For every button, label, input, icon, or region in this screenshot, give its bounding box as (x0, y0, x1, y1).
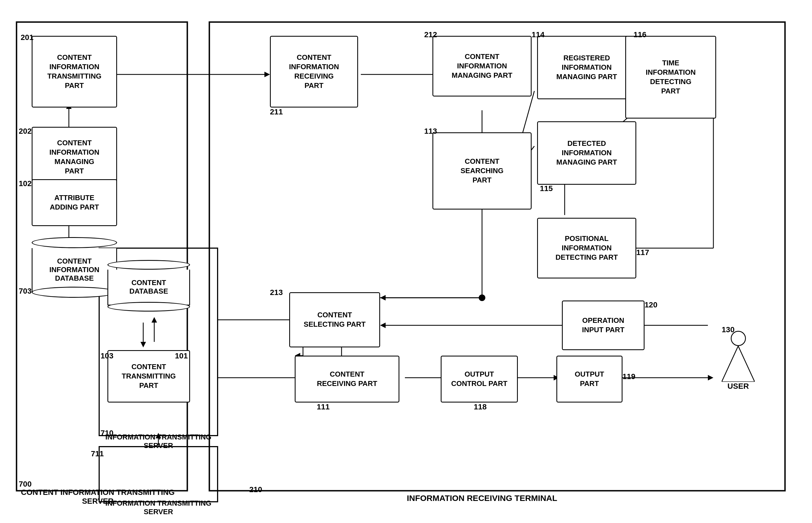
content-info-managing-part-left-box: CONTENT INFORMATION MANAGING PART (32, 127, 117, 187)
num-103: 103 (100, 351, 113, 360)
num-703: 703 (19, 287, 32, 295)
operation-input-part-box: OPERATION INPUT PART (562, 301, 644, 350)
svg-marker-15 (151, 317, 157, 323)
num-120: 120 (644, 301, 658, 309)
detected-info-managing-part-box: DETECTED INFORMATION MANAGING PART (537, 121, 636, 185)
svg-marker-13 (140, 342, 146, 347)
attribute-adding-part-box: ATTRIBUTE ADDING PART (32, 179, 117, 226)
content-selecting-part-box: CONTENT SELECTING PART (289, 292, 380, 347)
num-113: 113 (424, 127, 437, 136)
num-212: 212 (424, 30, 437, 39)
content-receiving-part-box: CONTENT RECEIVING PART (295, 356, 399, 402)
registered-info-managing-part-box: REGISTERED INFORMATION MANAGING PART (537, 36, 636, 99)
svg-marker-5 (264, 72, 270, 77)
num-115: 115 (540, 184, 553, 193)
num-114: 114 (532, 30, 545, 39)
svg-marker-59 (722, 346, 755, 382)
num-711: 711 (91, 449, 104, 458)
num-117: 117 (636, 248, 649, 257)
content-searching-part-box: CONTENT SEARCHING PART (432, 132, 532, 210)
content-info-transmitting-part-box: CONTENT INFORMATION TRANSMITTING PART (32, 36, 117, 108)
positional-info-detecting-part-box: POSITIONAL INFORMATION DETECTING PART (537, 218, 636, 278)
num-700: 700 (19, 480, 32, 489)
user-person-icon: USER (722, 331, 755, 391)
content-database-cylinder: CONTENT DATABASE (108, 254, 190, 311)
output-part-box: OUTPUT PART (556, 356, 623, 402)
num-202: 202 (19, 127, 32, 136)
num-213: 213 (270, 288, 283, 297)
svg-marker-47 (380, 323, 385, 328)
svg-point-33 (479, 294, 485, 301)
num-101: 101 (175, 351, 188, 360)
output-control-part-box: OUTPUT CONTROL PART (441, 356, 518, 402)
info-receiving-terminal-label: INFORMATION RECEIVING TERMINAL (248, 493, 716, 503)
content-info-managing-part-right-box: CONTENT INFORMATION MANAGING PART (432, 36, 532, 96)
num-201: 201 (21, 33, 34, 42)
num-111: 111 (317, 402, 330, 411)
num-210: 210 (249, 485, 262, 494)
info-transmitting-server-711-label: INFORMATION TRANSMITTING SERVER (100, 499, 216, 516)
time-info-detecting-part-box: TIME INFORMATION DETECTING PART (625, 36, 716, 119)
diagram: CONTENT INFORMATION TRANSMITTING SERVER … (0, 0, 812, 523)
num-119: 119 (623, 372, 636, 381)
user-label: USER (722, 382, 755, 391)
num-102: 102 (19, 179, 32, 188)
num-130: 130 (722, 325, 735, 334)
svg-marker-43 (708, 375, 713, 380)
person-body-svg (722, 346, 755, 382)
content-info-database-cylinder: CONTENT INFORMATION DATABASE (32, 232, 117, 298)
num-710: 710 (100, 429, 113, 437)
num-211: 211 (270, 108, 283, 116)
svg-marker-35 (380, 295, 385, 301)
num-118: 118 (474, 402, 487, 411)
num-116: 116 (634, 30, 646, 39)
content-info-receiving-part-box: CONTENT INFORMATION RECEIVING PART (270, 36, 358, 108)
info-transmitting-server-710-label: INFORMATION TRANSMITTING SERVER (100, 433, 216, 450)
